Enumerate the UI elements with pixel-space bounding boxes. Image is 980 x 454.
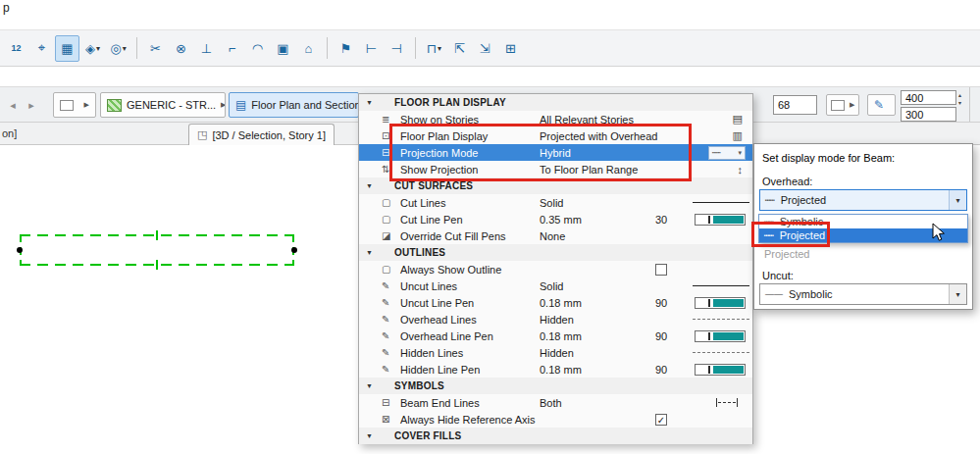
- panel-section-header[interactable]: ▼FLOOR PLAN DISPLAY: [359, 94, 752, 111]
- end-lines-dash: [718, 402, 736, 403]
- end-lines-preview[interactable]: [716, 398, 738, 407]
- row-control-area: ▥: [693, 129, 752, 142]
- row-extra: 90: [655, 297, 693, 309]
- row-label: Always Show Outline: [400, 264, 540, 276]
- edit-dimensions-button[interactable]: ✎: [867, 94, 896, 116]
- overhead-combo[interactable]: ┅┅ Projected ▾: [759, 189, 967, 211]
- forward-button[interactable]: ▸: [23, 96, 40, 115]
- split-button[interactable]: ✂: [143, 35, 168, 62]
- flag-button[interactable]: ⚑: [334, 35, 358, 62]
- panel-row[interactable]: ⊡Floor Plan DisplayProjected with Overhe…: [359, 127, 752, 144]
- row-label: Hidden Line Pen: [400, 364, 540, 376]
- beam-width-field[interactable]: [901, 90, 956, 105]
- panel-row[interactable]: ⊟Beam End LinesBoth: [359, 394, 752, 411]
- width-stepper[interactable]: ▴ ▾: [958, 92, 961, 106]
- panel-row[interactable]: ◪Override Cut Fill PensNone: [359, 227, 752, 244]
- pen-color-bar[interactable]: [695, 364, 746, 376]
- measure-tool-button[interactable]: ⊓▾: [422, 35, 446, 62]
- panel-row[interactable]: ✎Uncut LinesSolid: [359, 277, 752, 294]
- panel-row[interactable]: ✎Hidden LinesHidden: [359, 344, 752, 361]
- corner-icon: ⌐: [229, 41, 236, 56]
- row-label: Floor Plan Display: [400, 130, 540, 142]
- row-label: Hidden Lines: [400, 347, 540, 359]
- panel-section-header[interactable]: ▼COVER FILLS: [359, 428, 752, 444]
- row-control-area: ▤: [693, 113, 752, 126]
- line-preview-dashed[interactable]: [693, 352, 749, 353]
- exterior-dimension-button[interactable]: ⊢: [359, 35, 384, 62]
- beam-center-tick-bottom: [156, 260, 158, 270]
- corner-button[interactable]: ⌐: [220, 35, 244, 62]
- show-projection-icon: ⇅: [382, 164, 400, 175]
- pen-marker: [708, 366, 710, 374]
- panel-section-header[interactable]: ▼SYMBOLS: [359, 378, 752, 394]
- toolbar-separator: [415, 37, 416, 59]
- projection-range-icon[interactable]: ↕: [738, 164, 744, 176]
- uncut-combo[interactable]: —— Symbolic ▾: [759, 283, 967, 305]
- beam-center-tick-top: [156, 230, 158, 240]
- grid-snap-button[interactable]: ▦: [55, 35, 79, 62]
- pen-color-bar[interactable]: [695, 297, 746, 309]
- floor-plan-section-panel: ▼FLOOR PLAN DISPLAY≣Show on StoriesAll R…: [358, 93, 753, 444]
- beam-endpoint-left[interactable]: [17, 247, 23, 253]
- panel-row[interactable]: ▢Cut Line Pen0.35 mm30: [359, 211, 752, 227]
- projection-mode-combo[interactable]: ┅┅▾: [708, 146, 746, 160]
- beam-element[interactable]: [20, 234, 294, 266]
- pen-marker: [708, 299, 710, 307]
- line-preview[interactable]: [693, 285, 749, 286]
- panel-row[interactable]: ▢Cut LinesSolid: [359, 194, 752, 211]
- row-value: Solid: [540, 280, 655, 292]
- back-button[interactable]: ◂: [4, 96, 22, 115]
- line-preview-dashed[interactable]: [693, 319, 749, 320]
- row-extra: ✓: [655, 414, 693, 426]
- panel-row[interactable]: ≣Show on StoriesAll Relevant Stories▤: [359, 111, 752, 127]
- beam-height-field[interactable]: [901, 107, 956, 122]
- row-label: Overhead Line Pen: [400, 330, 540, 342]
- line-preview[interactable]: [693, 202, 749, 203]
- panel-section-header[interactable]: ▼CUT SURFACES: [359, 177, 752, 194]
- stories-settings-icon[interactable]: ▤: [733, 113, 743, 126]
- panel-row[interactable]: ▢Always Show Outline: [359, 261, 752, 277]
- figure-tool-button[interactable]: ▣: [271, 35, 295, 62]
- row-control-area: [693, 398, 752, 407]
- cut-lines-icon: ▢: [382, 197, 400, 208]
- intersect-button[interactable]: ⊗: [169, 35, 193, 62]
- beam-endpoint-right[interactable]: [291, 247, 297, 253]
- panel-row[interactable]: ⇅Show ProjectionTo Floor Plan Range↕: [359, 161, 752, 177]
- row-label: Cut Line Pen: [400, 214, 540, 226]
- panel-row[interactable]: ⊟Projection ModeHybrid┅┅▾: [359, 144, 752, 161]
- panel-row[interactable]: ⊠Always Hide Reference Axis✓: [359, 411, 752, 428]
- structure-preset-button[interactable]: GENERIC - STR... ▶: [100, 92, 226, 118]
- floor-plan-section-button[interactable]: ▤ Floor Plan and Section... ▶: [229, 92, 359, 118]
- circle-tool-button[interactable]: ◎▾: [106, 35, 130, 62]
- panel-row[interactable]: ✎Overhead Line Pen0.18 mm90: [359, 328, 752, 344]
- tab-3d-selection[interactable]: ◳ [3D / Selection, Story 1]: [188, 124, 335, 145]
- elevation-button[interactable]: ⊥: [194, 35, 219, 62]
- uncut-combo-arrow[interactable]: ▾: [949, 284, 966, 304]
- panel-row[interactable]: ✎Hidden Line Pen0.18 mm90: [359, 361, 752, 378]
- marquee-button[interactable]: ⌖: [29, 35, 54, 62]
- fillet-button[interactable]: ◠: [245, 35, 270, 62]
- fill-preset-button[interactable]: ▶: [826, 94, 859, 116]
- panel-section-header[interactable]: ▼OUTLINES: [359, 244, 752, 261]
- row-label: Show Projection: [400, 164, 540, 176]
- cutaway-view-button[interactable]: ◈▾: [80, 35, 105, 62]
- panel-rows: ▼FLOOR PLAN DISPLAY≣Show on StoriesAll R…: [359, 94, 752, 444]
- display-settings-icon[interactable]: ▥: [733, 129, 743, 142]
- checkbox-checked[interactable]: ✓: [655, 414, 667, 426]
- inject-settings-button[interactable]: ⇲: [473, 35, 497, 62]
- interior-dimension-button[interactable]: ⊣: [385, 35, 409, 62]
- pick-up-settings-button[interactable]: ⇱: [447, 35, 472, 62]
- home-story-button[interactable]: ⌂: [296, 35, 321, 62]
- row-control-area: [693, 352, 756, 353]
- overhead-combo-arrow[interactable]: ▾: [949, 190, 966, 210]
- checkbox[interactable]: [655, 264, 667, 276]
- panel-row[interactable]: ✎Uncut Line Pen0.18 mm90: [359, 294, 752, 311]
- pen-number-field[interactable]: [773, 95, 817, 115]
- pen-color-bar[interactable]: [695, 214, 746, 226]
- default-element-button[interactable]: ▶: [53, 92, 96, 118]
- dimension-style-button[interactable]: 12: [4, 35, 28, 62]
- row-extra: 30: [655, 214, 693, 226]
- pen-color-bar[interactable]: [695, 330, 746, 342]
- grid-system-button[interactable]: ⊞: [498, 35, 523, 62]
- panel-row[interactable]: ✎Overhead LinesHidden: [359, 311, 752, 328]
